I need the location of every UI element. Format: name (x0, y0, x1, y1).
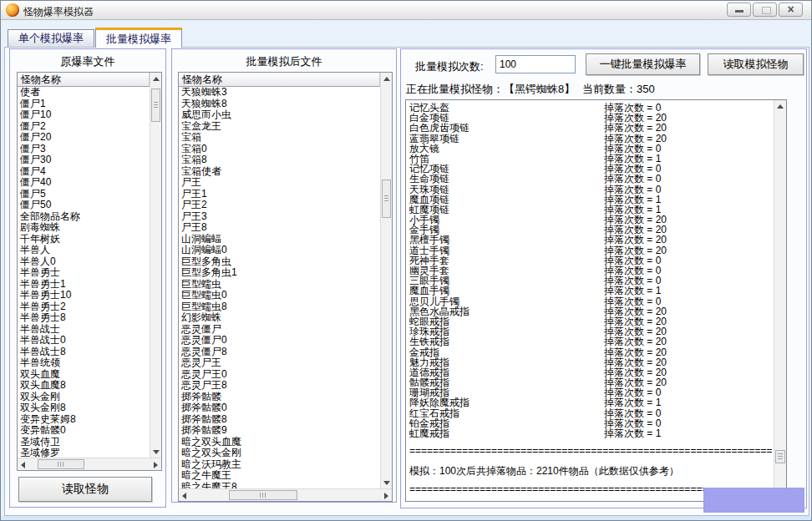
list-item[interactable]: 僵尸2 (20, 121, 150, 133)
list-item[interactable]: 暗之双头金刚 (181, 448, 380, 459)
list-item[interactable]: 僵尸5 (20, 189, 150, 200)
sim-count-input[interactable] (495, 55, 576, 73)
scroll-right-icon[interactable] (380, 489, 392, 501)
drop-results-textbox[interactable]: 记忆头盔掉落次数 = 0白金项链掉落次数 = 20白色虎齿项链掉落次数 = 20… (405, 99, 787, 502)
list-item[interactable]: 圣域修罗 (20, 448, 150, 458)
scroll-right-icon[interactable] (150, 458, 161, 470)
list-item[interactable]: 圣域侍卫 (20, 437, 150, 448)
list-item[interactable]: 巨型多角虫 (181, 256, 380, 268)
list-item[interactable]: 宝箱8 (181, 154, 380, 166)
list-item[interactable]: 半兽统领 (20, 357, 150, 369)
list-item[interactable]: 恶灵僵尸 (181, 324, 380, 336)
list-item[interactable]: 半兽勇士 (20, 267, 150, 279)
list-item[interactable]: 僵尸30 (20, 154, 150, 166)
list-item[interactable]: 天狼蜘蛛8 (181, 99, 380, 110)
scroll-thumb[interactable] (38, 459, 84, 469)
read-monsters-button[interactable]: 读取怪物 (18, 477, 152, 502)
scroll-left-icon[interactable] (179, 489, 190, 501)
list-item[interactable]: 掷斧骷髅 (181, 392, 380, 403)
list-item[interactable]: 僵尸50 (20, 200, 150, 211)
list-item[interactable]: 僵尸10 (20, 109, 150, 121)
list-item[interactable]: 尸王8 (181, 222, 380, 234)
original-monster-list[interactable]: 怪物名称 使者僵尸1僵尸10僵尸2僵尸20僵尸3僵尸30僵尸4僵尸40僵尸5僵尸… (17, 72, 162, 471)
list-item[interactable]: 半兽战士8 (20, 346, 150, 358)
column-header-monster-name[interactable]: 怪物名称 (179, 73, 380, 87)
list-item[interactable]: 尸王2 (181, 200, 380, 211)
list-item[interactable]: 恶灵僵尸8 (181, 346, 380, 358)
list-item[interactable]: 巨型蠕虫0 (181, 290, 380, 301)
list-item[interactable]: 僵尸40 (20, 177, 150, 189)
results-vscroll[interactable] (774, 100, 786, 501)
list-item[interactable]: 半兽勇士1 (20, 279, 150, 291)
tab-batch-simulate[interactable]: 批量模拟爆率 (95, 28, 182, 48)
list-item[interactable]: 山洞蝙蝠 (181, 234, 380, 245)
list-item[interactable]: 半兽勇士8 (20, 312, 150, 324)
read-sim-monsters-button[interactable]: 读取模拟怪物 (708, 53, 804, 75)
left-list-hscroll[interactable] (18, 458, 161, 470)
list-item[interactable]: 剧毒蜘蛛 (20, 222, 150, 234)
list-item[interactable]: 双头金刚8 (20, 402, 150, 414)
list-item[interactable]: 僵尸20 (20, 132, 150, 144)
maximize-button[interactable] (753, 3, 777, 17)
scroll-thumb[interactable] (382, 180, 391, 218)
list-item[interactable]: 千年树妖 (20, 234, 150, 245)
close-button[interactable] (779, 3, 803, 17)
left-list-vscroll[interactable] (150, 73, 161, 458)
list-item[interactable]: 变异史莱姆8 (20, 414, 150, 426)
list-item[interactable]: 尸王3 (181, 211, 380, 223)
simulated-monster-list[interactable]: 怪物名称 天狼蜘蛛3天狼蜘蛛8威思而小虫宝盒龙王宝箱宝箱0宝箱8宝箱使者尸王尸王… (178, 72, 393, 502)
list-item[interactable]: 恶灵尸王 (181, 357, 380, 369)
scroll-thumb[interactable] (775, 450, 785, 463)
list-item[interactable]: 恶灵僵尸0 (181, 335, 380, 346)
list-item[interactable]: 幻影蜘蛛 (181, 312, 380, 324)
scroll-up-icon[interactable] (381, 73, 392, 84)
list-item[interactable]: 巨型蠕虫8 (181, 301, 380, 313)
scroll-up-icon[interactable] (774, 100, 786, 112)
middle-list-vscroll[interactable] (380, 73, 392, 488)
column-header-monster-name[interactable]: 怪物名称 (18, 73, 150, 87)
list-item[interactable]: 恶灵尸王8 (181, 380, 380, 392)
list-item[interactable]: 威思而小虫 (181, 109, 380, 121)
list-item[interactable]: 巨型蠕虫 (181, 279, 380, 291)
scroll-thumb[interactable] (151, 89, 160, 122)
run-batch-simulate-button[interactable]: 一键批量模拟爆率 (586, 53, 700, 75)
list-item[interactable]: 僵尸4 (20, 166, 150, 178)
scroll-down-icon[interactable] (150, 446, 161, 458)
list-item[interactable]: 天狼蜘蛛3 (181, 87, 380, 99)
middle-list-hscroll[interactable] (179, 488, 392, 501)
list-item[interactable]: 半兽人 (20, 245, 150, 256)
title-bar[interactable]: 怪物爆率模拟器 (1, 1, 811, 20)
list-item[interactable]: 半兽战士 (20, 324, 150, 336)
list-item[interactable]: 尸王 (181, 177, 380, 189)
list-item[interactable]: 半兽战士0 (20, 335, 150, 346)
list-item[interactable]: 半兽勇士2 (20, 301, 150, 313)
list-item[interactable]: 恶灵尸王0 (181, 369, 380, 381)
list-item[interactable]: 暗之双头血魔 (181, 437, 380, 448)
scroll-left-icon[interactable] (18, 458, 29, 470)
list-item[interactable]: 宝箱0 (181, 144, 380, 155)
list-item[interactable]: 双头血魔 (20, 369, 150, 381)
list-item[interactable]: 宝盒龙王 (181, 121, 380, 133)
minimize-button[interactable] (727, 3, 751, 17)
list-item[interactable]: 半兽勇士10 (20, 290, 150, 301)
tab-single-simulate[interactable]: 单个模拟爆率 (8, 29, 94, 47)
list-item[interactable]: 全部物品名称 (20, 211, 150, 223)
list-item[interactable]: 僵尸1 (20, 99, 150, 110)
list-item[interactable]: 掷斧骷髅8 (181, 414, 380, 426)
list-item[interactable]: 暗之沃玛教主 (181, 459, 380, 471)
list-item[interactable]: 双头金刚 (20, 392, 150, 403)
list-item[interactable]: 暗之牛魔王 (181, 470, 380, 482)
list-item[interactable]: 宝箱使者 (181, 166, 380, 178)
scroll-down-icon[interactable] (381, 477, 392, 488)
list-item[interactable]: 宝箱 (181, 132, 380, 144)
list-item[interactable]: 山洞蝙蝠0 (181, 245, 380, 256)
list-item[interactable]: 巨型多角虫1 (181, 267, 380, 279)
list-item[interactable]: 半兽人0 (20, 256, 150, 268)
list-item[interactable]: 变异骷髅0 (20, 425, 150, 437)
list-item[interactable]: 使者 (20, 87, 150, 99)
list-item[interactable]: 掷斧骷髅0 (181, 402, 380, 414)
app-icon[interactable] (6, 3, 19, 17)
list-item[interactable]: 尸王1 (181, 189, 380, 200)
list-item[interactable]: 僵尸3 (20, 144, 150, 155)
list-item[interactable]: 暗之牛魔王8 (181, 482, 380, 489)
